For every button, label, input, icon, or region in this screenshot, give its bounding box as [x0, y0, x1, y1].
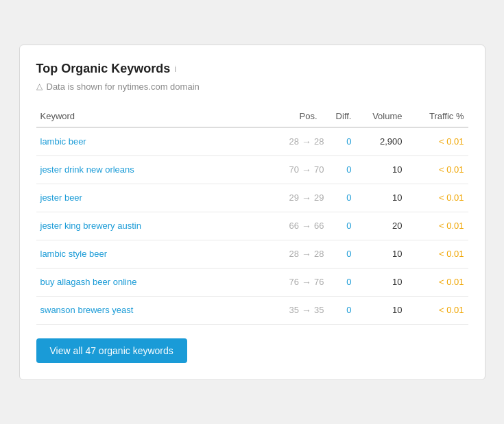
- diff-cell: 0: [324, 296, 365, 324]
- table-row: jester beer 29 → 29 0 10 < 0.01: [36, 184, 468, 212]
- pos-to: 29: [314, 192, 324, 203]
- arrow-icon: →: [302, 305, 311, 316]
- volume-cell: 10: [365, 240, 413, 268]
- diff-cell: 0: [324, 184, 365, 212]
- pos-from: 29: [289, 192, 299, 203]
- keyword-link[interactable]: lambic style beer: [40, 249, 108, 259]
- pos-cell: 28 → 28: [242, 127, 324, 156]
- pos-cell: 70 → 70: [242, 155, 324, 184]
- keyword-cell: lambic style beer: [36, 240, 242, 268]
- traffic-cell: < 0.01: [413, 240, 468, 268]
- domain-notice-text: Data is shown for nytimes.com domain: [47, 82, 200, 92]
- col-diff: Diff.: [324, 105, 365, 127]
- volume-cell: 10: [365, 296, 413, 324]
- traffic-cell: < 0.01: [413, 268, 468, 296]
- diff-cell: 0: [324, 127, 365, 156]
- table-row: lambic style beer 28 → 28 0 10 < 0.01: [36, 240, 468, 268]
- arrow-icon: →: [302, 164, 311, 175]
- keyword-cell: lambic beer: [36, 127, 242, 156]
- traffic-cell: < 0.01: [413, 155, 468, 184]
- table-row: buy allagash beer online 76 → 76 0 10 < …: [36, 268, 468, 296]
- volume-cell: 20: [365, 212, 413, 240]
- keyword-link[interactable]: jester beer: [40, 192, 82, 203]
- pos-from: 76: [289, 277, 299, 287]
- volume-cell: 10: [365, 155, 413, 184]
- arrow-icon: →: [302, 277, 311, 288]
- table-row: lambic beer 28 → 28 0 2,900 < 0.01: [36, 127, 468, 156]
- arrow-icon: →: [302, 136, 311, 147]
- diff-cell: 0: [324, 155, 365, 184]
- traffic-cell: < 0.01: [413, 212, 468, 240]
- domain-notice: △ Data is shown for nytimes.com domain: [36, 82, 468, 92]
- pos-from: 35: [289, 305, 299, 315]
- pos-cell: 28 → 28: [242, 240, 324, 268]
- pos-from: 66: [289, 221, 299, 231]
- traffic-cell: < 0.01: [413, 296, 468, 324]
- table-row: jester drink new orleans 70 → 70 0 10 < …: [36, 155, 468, 184]
- pos-cell: 76 → 76: [242, 268, 324, 296]
- traffic-cell: < 0.01: [413, 184, 468, 212]
- table-row: swanson brewers yeast 35 → 35 0 10 < 0.0…: [36, 296, 468, 324]
- volume-cell: 10: [365, 184, 413, 212]
- diff-cell: 0: [324, 212, 365, 240]
- top-organic-keywords-card: Top Organic Keywords i △ Data is shown f…: [19, 45, 485, 380]
- col-keyword: Keyword: [36, 105, 242, 127]
- pos-to: 28: [314, 249, 324, 259]
- pos-from: 28: [289, 136, 299, 147]
- card-title: Top Organic Keywords: [36, 62, 171, 76]
- pos-to: 70: [314, 164, 324, 175]
- pos-to: 66: [314, 221, 324, 231]
- pos-from: 28: [289, 249, 299, 259]
- pos-cell: 66 → 66: [242, 212, 324, 240]
- pos-cell: 29 → 29: [242, 184, 324, 212]
- pos-from: 70: [289, 164, 299, 175]
- keyword-link[interactable]: jester king brewery austin: [40, 221, 141, 231]
- col-traffic: Traffic %: [413, 105, 468, 127]
- keyword-link[interactable]: buy allagash beer online: [40, 277, 137, 287]
- traffic-cell: < 0.01: [413, 127, 468, 156]
- keyword-link[interactable]: jester drink new orleans: [40, 164, 134, 175]
- warning-triangle-icon: △: [36, 82, 43, 91]
- volume-cell: 2,900: [365, 127, 413, 156]
- table-row: jester king brewery austin 66 → 66 0 20 …: [36, 212, 468, 240]
- keyword-cell: jester beer: [36, 184, 242, 212]
- keyword-link[interactable]: swanson brewers yeast: [40, 305, 134, 315]
- pos-to: 76: [314, 277, 324, 287]
- pos-cell: 35 → 35: [242, 296, 324, 324]
- col-volume: Volume: [365, 105, 413, 127]
- arrow-icon: →: [302, 192, 311, 203]
- keyword-cell: swanson brewers yeast: [36, 296, 242, 324]
- volume-cell: 10: [365, 268, 413, 296]
- arrow-icon: →: [302, 249, 311, 260]
- view-all-keywords-button[interactable]: View all 47 organic keywords: [36, 338, 187, 363]
- keyword-cell: jester king brewery austin: [36, 212, 242, 240]
- card-header: Top Organic Keywords i: [36, 62, 468, 76]
- arrow-icon: →: [302, 221, 311, 232]
- keyword-cell: jester drink new orleans: [36, 155, 242, 184]
- diff-cell: 0: [324, 268, 365, 296]
- table-header-row: Keyword Pos. Diff. Volume Traffic %: [36, 105, 468, 127]
- keyword-link[interactable]: lambic beer: [40, 136, 86, 147]
- pos-to: 28: [314, 136, 324, 147]
- diff-cell: 0: [324, 240, 365, 268]
- keywords-table: Keyword Pos. Diff. Volume Traffic % lamb…: [36, 105, 468, 325]
- keyword-cell: buy allagash beer online: [36, 268, 242, 296]
- info-icon[interactable]: i: [174, 64, 176, 74]
- col-pos: Pos.: [242, 105, 324, 127]
- pos-to: 35: [314, 305, 324, 315]
